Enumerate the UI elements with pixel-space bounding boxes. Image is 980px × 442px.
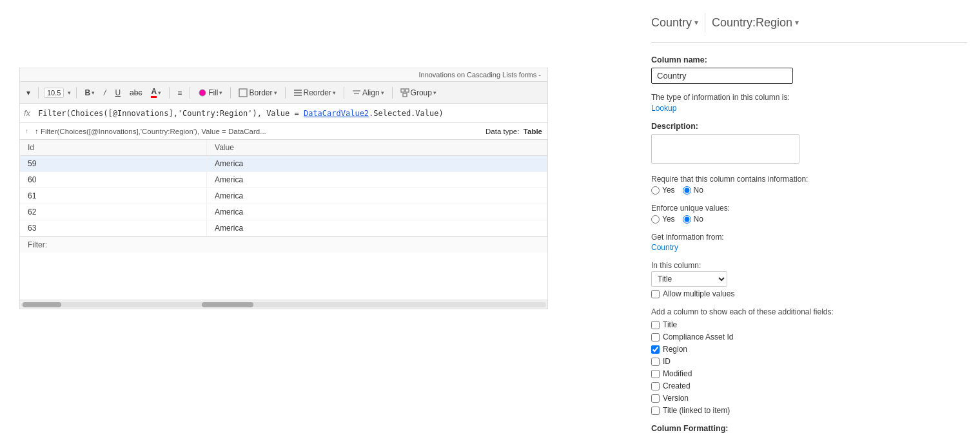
enforce-yes-label[interactable]: Yes <box>651 215 675 224</box>
additional-field-checkbox-0[interactable] <box>651 321 660 329</box>
require-yes-text: Yes <box>662 186 675 195</box>
additional-field-checkbox-1[interactable] <box>651 333 660 341</box>
additional-field-checkbox-3[interactable] <box>651 358 660 366</box>
additional-field-label-6[interactable]: Version <box>651 394 967 403</box>
align-menu-label: Align <box>362 88 380 97</box>
data-type-prefix: Data type: <box>485 128 519 135</box>
col-header-country[interactable]: Country ▾ <box>651 16 705 30</box>
scrollbar-track[interactable] <box>21 302 546 307</box>
scrollbar-thumb[interactable] <box>23 302 61 307</box>
require-info-label: Require that this column contains inform… <box>651 175 967 184</box>
additional-fields-list: TitleCompliance Asset IdRegionIDModified… <box>651 318 967 415</box>
font-size-input[interactable]: 10.5 <box>44 88 64 98</box>
description-textarea[interactable] <box>651 134 799 164</box>
align-menu-button[interactable]: Align ▾ <box>349 87 387 99</box>
table-cell-id: 60 <box>20 172 207 188</box>
table-cell-value: America <box>207 220 547 236</box>
table-row: 61America <box>20 188 547 204</box>
group-label: Group <box>411 88 432 97</box>
scrollbar-thumb-2[interactable] <box>202 302 253 307</box>
bold-chevron: ▾ <box>92 90 95 96</box>
in-this-column-label: In this column: <box>651 261 967 270</box>
additional-field-label-3[interactable]: ID <box>651 357 967 366</box>
svg-rect-7 <box>401 89 404 92</box>
font-color-button[interactable]: A ▾ <box>148 86 164 99</box>
column-name-group: Column name: <box>651 55 967 84</box>
additional-field-text-7: Title (linked to item) <box>663 406 730 415</box>
underline-label: U <box>115 88 121 97</box>
svg-rect-1 <box>239 89 247 97</box>
table-cell-id: 59 <box>20 156 207 172</box>
table-cell-id: 61 <box>20 188 207 204</box>
enforce-no-radio[interactable] <box>683 215 691 224</box>
additional-field-text-1: Compliance Asset Id <box>663 332 733 341</box>
table-row: 63America <box>20 220 547 236</box>
align-button[interactable]: ≡ <box>175 87 184 99</box>
font-color-label: A <box>151 87 157 98</box>
require-info-group: Require that this column contains inform… <box>651 175 967 195</box>
column-type-link[interactable]: Lookup <box>651 104 676 113</box>
filter-row: Filter: <box>20 236 547 253</box>
table-header-row: Id Value <box>20 140 547 156</box>
additional-field-checkbox-5[interactable] <box>651 382 660 390</box>
column-formatting-label: Column Formatting: <box>651 424 967 433</box>
data-type-label: Data type: Table <box>485 128 542 135</box>
require-yes-label[interactable]: Yes <box>651 186 675 195</box>
toolbar-dropdown[interactable]: ▾ <box>24 87 33 99</box>
enforce-unique-label: Enforce unique values: <box>651 204 967 213</box>
column-type-group: The type of information in this column i… <box>651 93 967 113</box>
data-table: Id Value 59America60America61America62Am… <box>20 140 547 236</box>
group-button[interactable]: Group ▾ <box>398 87 439 99</box>
table-row: 60America <box>20 172 547 188</box>
additional-field-label-5[interactable]: Created <box>651 381 967 390</box>
enforce-radio-group: Yes No <box>651 215 967 224</box>
require-no-text: No <box>694 186 703 195</box>
enforce-yes-radio[interactable] <box>651 215 660 224</box>
additional-field-checkbox-2[interactable] <box>651 345 660 354</box>
additional-field-text-6: Version <box>663 394 689 403</box>
underline-button[interactable]: U <box>112 87 123 99</box>
col-header-id: Id <box>20 140 207 156</box>
allow-multiple-checkbox[interactable] <box>651 290 660 298</box>
bold-button[interactable]: B ▾ <box>82 87 97 99</box>
col-header-value: Value <box>207 140 547 156</box>
require-no-label[interactable]: No <box>683 186 703 195</box>
col-header-country-region[interactable]: Country:Region ▾ <box>705 16 805 30</box>
strike-button[interactable]: abc <box>127 87 144 99</box>
additional-field-label-2[interactable]: Region <box>651 345 967 354</box>
additional-field-label-1[interactable]: Compliance Asset Id <box>651 332 967 341</box>
enforce-no-label[interactable]: No <box>683 215 703 224</box>
fill-button[interactable]: Fill ▾ <box>195 87 225 99</box>
svg-rect-4 <box>294 95 302 96</box>
additional-field-label-4[interactable]: Modified <box>651 369 967 378</box>
formula-text: Filter(Choices([@Innovations],'Country:R… <box>38 109 444 118</box>
bold-label: B <box>84 88 90 97</box>
allow-multiple-label[interactable]: Allow multiple values <box>651 289 967 298</box>
column-name-label: Column name: <box>651 55 967 64</box>
additional-field-label-0[interactable]: Title <box>651 320 967 329</box>
table-row: 59America <box>20 156 547 172</box>
in-this-column-select[interactable]: Title <box>651 271 727 287</box>
require-no-radio[interactable] <box>683 186 691 195</box>
reorder-button[interactable]: Reorder ▾ <box>291 87 338 99</box>
column-name-input[interactable] <box>651 68 793 84</box>
col-header-region-chevron: ▾ <box>795 18 799 27</box>
separator-2 <box>76 87 77 99</box>
additional-field-label-7[interactable]: Title (linked to item) <box>651 406 967 415</box>
scrollbar-area[interactable] <box>19 300 548 309</box>
italic-button[interactable]: / <box>101 87 108 99</box>
additional-field-checkbox-6[interactable] <box>651 394 660 403</box>
additional-field-checkbox-7[interactable] <box>651 407 660 415</box>
group-icon <box>400 88 409 97</box>
formula-highlight: DataCardValue2 <box>304 109 369 118</box>
fx-label: fx <box>24 108 30 118</box>
table-row: 62America <box>20 204 547 220</box>
border-button[interactable]: Border ▾ <box>236 87 279 99</box>
font-size-chevron: ▾ <box>68 90 71 96</box>
svg-rect-8 <box>406 89 409 92</box>
svg-rect-2 <box>294 90 302 91</box>
additional-field-checkbox-4[interactable] <box>651 370 660 378</box>
svg-point-0 <box>199 90 206 96</box>
get-info-label: Get information from: <box>651 233 967 242</box>
require-yes-radio[interactable] <box>651 186 660 195</box>
